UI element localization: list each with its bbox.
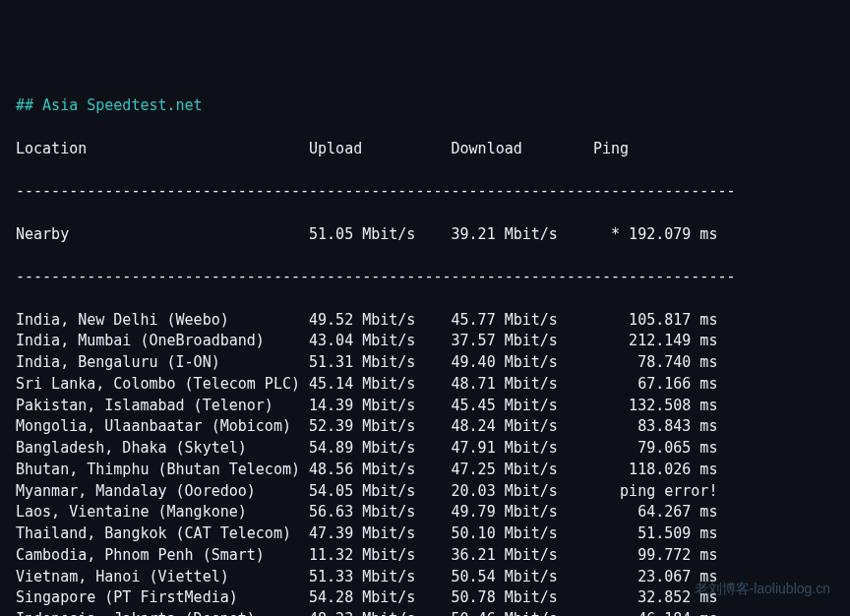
table-row: Thailand, Bangkok (CAT Telecom) 47.39 Mb… — [16, 524, 834, 545]
table-row: Indonesia, Jakarta (Desnet) 48.23 Mbit/s… — [16, 609, 834, 616]
table-row: India, New Delhi (Weebo) 49.52 Mbit/s 45… — [16, 310, 834, 332]
speedtest-results: India, New Delhi (Weebo) 49.52 Mbit/s 45… — [16, 310, 834, 617]
nearby-row: Nearby 51.05 Mbit/s 39.21 Mbit/s * 192.0… — [16, 224, 834, 246]
table-row: Cambodia, Phnom Penh (Smart) 11.32 Mbit/… — [16, 545, 834, 567]
table-row: India, Mumbai (OneBroadband) 43.04 Mbit/… — [16, 331, 834, 352]
table-row: India, Bengaluru (I-ON) 51.31 Mbit/s 49.… — [16, 352, 834, 374]
table-row: Myanmar, Mandalay (Ooredoo) 54.05 Mbit/s… — [16, 481, 834, 503]
table-row: Bhutan, Thimphu (Bhutan Telecom) 48.56 M… — [16, 460, 834, 481]
divider-mid: ----------------------------------------… — [16, 267, 834, 288]
table-row: Vietnam, Hanoi (Viettel) 51.33 Mbit/s 50… — [16, 567, 834, 588]
table-row: Laos, Vientaine (Mangkone) 56.63 Mbit/s … — [16, 502, 834, 524]
header-row: Location Upload Download Ping — [16, 139, 834, 160]
table-row: Mongolia, Ulaanbaatar (Mobicom) 52.39 Mb… — [16, 416, 834, 438]
divider-top: ----------------------------------------… — [16, 181, 834, 203]
table-row: Pakistan, Islamabad (Telenor) 14.39 Mbit… — [16, 396, 834, 417]
table-row: Singapore (PT FirstMedia) 54.28 Mbit/s 5… — [16, 587, 834, 609]
table-row: Bangladesh, Dhaka (Skytel) 54.89 Mbit/s … — [16, 438, 834, 460]
terminal-title: ## Asia Speedtest.net — [16, 96, 203, 114]
table-row: Sri Lanka, Colombo (Telecom PLC) 45.14 M… — [16, 374, 834, 396]
